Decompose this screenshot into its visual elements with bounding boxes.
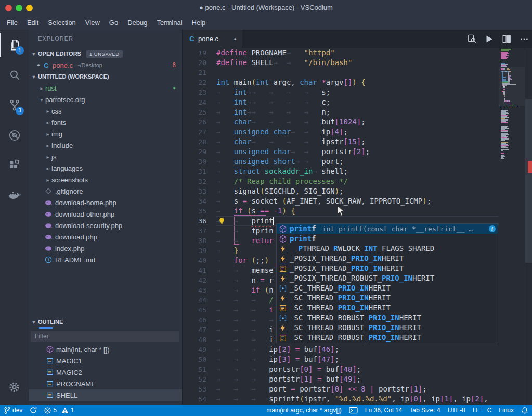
tree-item-include[interactable]: ▸include <box>29 140 182 151</box>
workspace-header[interactable]: ▾ UNTITLED (WORKSPACE) <box>29 71 182 82</box>
open-editor-item-pone.c[interactable]: ● C pone.c ~/Desktop 6 <box>29 59 182 71</box>
code-line-28[interactable]: 28→ char→ → → → ipstr[15]; <box>183 137 532 147</box>
activity-source-control-button[interactable]: 3 <box>0 90 29 120</box>
code-line-34[interactable]: 34→ s = socket (AF_INET, SOCK_RAW, IPPRO… <box>183 196 532 206</box>
code-line-26[interactable]: 26→ char→ → → → buf[1024]; <box>183 117 532 127</box>
code-line-53[interactable]: 53→ → → port = portstr[0] << 8 | portstr… <box>183 384 532 394</box>
suggest-row-2[interactable]: __PTHREAD_RWLOCK_INT_FLAGS_SHARED <box>277 244 498 254</box>
sync-button[interactable] <box>26 405 41 416</box>
cursor-position-item[interactable]: Ln 36, Col 14 <box>361 405 406 416</box>
suggest-row-4[interactable]: _POSIX_THREAD_PRIO_INHERIT <box>277 263 498 273</box>
tree-item-languages[interactable]: ▸languages <box>29 162 182 174</box>
menu-item-edit[interactable]: Edit <box>22 17 43 28</box>
code-line-19[interactable]: 19#define PROGNAME→ "httpd" <box>183 48 532 58</box>
indentation-item[interactable]: Tab Size: 4 <box>406 405 444 416</box>
lightbulb-icon[interactable] <box>218 217 226 225</box>
tree-item-js[interactable]: ▸js <box>29 151 182 162</box>
activity-docker-button[interactable] <box>0 181 29 211</box>
remote-os-item[interactable]: Linux <box>495 405 517 416</box>
code-line-24[interactable]: 24→ int→→ → → → c; <box>183 97 532 107</box>
tree-item-fonts[interactable]: ▸fonts <box>29 117 182 128</box>
outline-item-MAGIC2[interactable]: MAGIC2 <box>29 367 182 378</box>
activity-debug-button[interactable] <box>0 120 29 150</box>
code-line-52[interactable]: 52→ → → portstr[1] = buf[49]; <box>183 374 532 384</box>
code-line-50[interactable]: 50→ → → ip[3] = buf[47]; <box>183 355 532 364</box>
notifications-bell[interactable] <box>517 405 532 416</box>
suggest-row-10[interactable]: _SC_THREAD_ROBUST_PRIO_INHERIT <box>277 323 498 333</box>
tree-item-.gitignore[interactable]: .gitignore <box>29 185 182 197</box>
modified-dot-icon[interactable]: ● <box>234 36 237 42</box>
tree-item-download-security.php[interactable]: download-security.php <box>29 220 182 231</box>
tree-item-parrotsec.org[interactable]: ▾parrotsec.org <box>29 94 182 105</box>
code-line-20[interactable]: 20#define SHELL→ → "/bin/bash" <box>183 58 532 68</box>
suggest-row-8[interactable]: _SC_THREAD_PRIO_INHERIT <box>277 303 498 313</box>
menu-item-go[interactable]: Go <box>105 17 123 28</box>
menu-item-selection[interactable]: Selection <box>43 17 80 28</box>
outline-item-MAGIC1[interactable]: MAGIC1 <box>29 355 182 367</box>
open-editors-header[interactable]: ▾ OPEN EDITORS 1 UNSAVED <box>29 48 182 59</box>
code-line-21[interactable]: 21 <box>183 68 532 78</box>
suggest-row-5[interactable]: _POSIX_THREAD_ROBUST_PRIO_INHERIT <box>277 273 498 283</box>
tree-item-rust[interactable]: ▸rust● <box>29 82 182 94</box>
more-actions-button[interactable] <box>519 34 529 44</box>
overview-ruler[interactable] <box>525 48 532 405</box>
activity-search-button[interactable] <box>0 60 29 90</box>
code-line-27[interactable]: 27→ unsigned char→ → ip[4]; <box>183 127 532 137</box>
tree-item-index.php[interactable]: index.php <box>29 243 182 254</box>
problems-item[interactable]: 5 1 <box>41 405 77 416</box>
tree-item-screenshots[interactable]: ▸screenshots <box>29 174 182 185</box>
activity-extensions-button[interactable] <box>0 150 29 181</box>
code-line-22[interactable]: 22int main(int argc, char *argv[]) { <box>183 78 532 87</box>
symbol-breadcrumb-item[interactable]: main(int argc, char * argv[]) <box>263 405 345 416</box>
suggest-row-0[interactable]: printfint printf(const char *__restrict_… <box>277 224 498 234</box>
manage-gear-button[interactable] <box>0 376 29 397</box>
split-editor-button[interactable] <box>501 34 512 44</box>
open-preview-button[interactable] <box>466 34 476 44</box>
eol-item[interactable]: LF <box>469 405 484 416</box>
scrollbar-slider[interactable] <box>525 99 532 263</box>
outline-item-PROGNAME[interactable]: PROGNAME <box>29 378 182 389</box>
git-branch-item[interactable]: dev <box>0 405 26 416</box>
suggest-row-1[interactable]: printf <box>277 234 498 244</box>
tree-item-download-other.php[interactable]: download-other.php <box>29 208 182 220</box>
suggest-row-9[interactable]: _SC_THREAD_ROBUST_PRIO_INHERIT <box>277 313 498 323</box>
menu-item-view[interactable]: View <box>81 17 105 28</box>
code-line-23[interactable]: 23→ int→→ → → → s; <box>183 87 532 97</box>
code-line-30[interactable]: 30→ unsigned short→ → port; <box>183 157 532 167</box>
suggest-row-3[interactable]: _POSIX_THREAD_PRIO_INHERIT <box>277 254 498 263</box>
code-line-49[interactable]: 49→ → → ip[2] = buf[46]; <box>183 345 532 355</box>
terminal-button[interactable] <box>345 405 361 416</box>
menu-item-debug[interactable]: Debug <box>123 17 152 28</box>
chevron-right-icon: ▸ <box>44 154 51 160</box>
language-mode-item[interactable]: C <box>484 405 496 416</box>
suggest-row-11[interactable]: _SC_THREAD_ROBUST_PRIO_INHERIT <box>277 333 498 343</box>
suggest-row-7[interactable]: _SC_THREAD_PRIO_INHERIT <box>277 293 498 303</box>
code-line-31[interactable]: 31→ struct sockaddr_in→ shell; <box>183 167 532 177</box>
tree-item-img[interactable]: ▸img <box>29 128 182 140</box>
outline-filter-input[interactable] <box>31 333 179 340</box>
code-line-32[interactable]: 32→ /* Reap child processes */ <box>183 177 532 186</box>
menu-item-help[interactable]: Help <box>187 17 211 28</box>
encoding-item[interactable]: UTF-8 <box>444 405 469 416</box>
tab-pone.c[interactable]: C pone.c ● <box>183 30 242 48</box>
outline-item-main[interactable]: main(int, char * []) <box>29 344 182 355</box>
outline-header[interactable]: ▾ OUTLINE <box>29 316 182 327</box>
code-line-54[interactable]: 54→ → → sprintf(ipstr, "%d.%d.%d.%d", ip… <box>183 394 532 404</box>
minimap[interactable] <box>499 48 525 405</box>
menu-item-terminal[interactable]: Terminal <box>152 17 187 28</box>
activity-explorer-button[interactable]: 1 <box>0 30 29 60</box>
tree-item-css[interactable]: ▸css <box>29 105 182 117</box>
tree-item-download.php[interactable]: download.php <box>29 231 182 243</box>
code-line-29[interactable]: 29→ unsigned char→ → portstr[2]; <box>183 147 532 157</box>
code-line-51[interactable]: 51→ → → portstr[0] = buf[48]; <box>183 364 532 374</box>
outline-item-SHELL[interactable]: SHELL <box>29 389 182 401</box>
tree-item-README.md[interactable]: README.md <box>29 254 182 266</box>
tree-item-download-home.php[interactable]: download-home.php <box>29 197 182 208</box>
code-line-35[interactable]: 35→ if (s == -1) { <box>183 206 532 216</box>
info-icon[interactable]: i <box>489 225 496 232</box>
run-button[interactable] <box>484 34 494 44</box>
menu-item-file[interactable]: File <box>2 17 22 28</box>
code-line-33[interactable]: 33→ signal(SIGCHLD, SIG_IGN); <box>183 186 532 196</box>
suggest-row-6[interactable]: _SC_THREAD_PRIO_INHERIT <box>277 283 498 293</box>
code-line-25[interactable]: 25→ int→→ → → → n; <box>183 107 532 117</box>
